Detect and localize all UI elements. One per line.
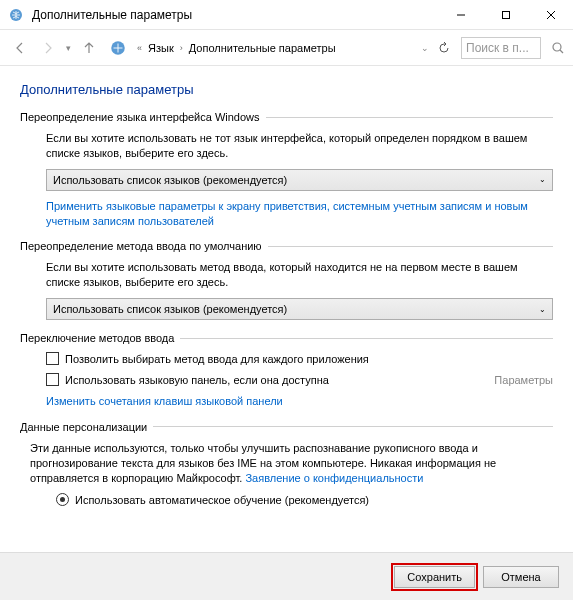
maximize-button[interactable] [483, 0, 528, 29]
section-desc: Эти данные используются, только чтобы ул… [30, 441, 553, 486]
chevron-icon: « [137, 43, 142, 53]
minimize-button[interactable] [438, 0, 483, 29]
apply-welcome-link[interactable]: Применить языковые параметры к экрану пр… [46, 199, 553, 229]
search-icon[interactable] [551, 41, 565, 55]
ui-language-dropdown[interactable]: Использовать список языков (рекомендуетс… [46, 169, 553, 191]
titlebar: Дополнительные параметры [0, 0, 573, 30]
forward-button[interactable] [36, 36, 60, 60]
section-header: Переключение методов ввода [20, 332, 174, 344]
breadcrumb-current[interactable]: Дополнительные параметры [189, 42, 336, 54]
recent-dropdown[interactable]: ▾ [64, 43, 73, 53]
content-area: Дополнительные параметры Переопределение… [0, 66, 573, 552]
section-header: Переопределение метода ввода по умолчани… [20, 240, 262, 252]
svg-point-6 [553, 43, 561, 51]
auto-learning-radio[interactable] [56, 493, 69, 506]
params-button[interactable]: Параметры [494, 374, 553, 386]
radio-label: Использовать автоматическое обучение (ре… [75, 494, 369, 506]
privacy-link[interactable]: Заявление о конфиденциальности [245, 472, 423, 484]
titlebar-controls [438, 0, 573, 29]
page-title: Дополнительные параметры [20, 82, 553, 97]
section-header: Данные персонализации [20, 421, 147, 433]
navbar: ▾ « Язык › Дополнительные параметры ⌄ По… [0, 30, 573, 66]
address-dropdown[interactable]: ⌄ [419, 43, 431, 53]
checkbox-label: Использовать языковую панель, если она д… [65, 374, 329, 386]
footer: Сохранить Отмена [0, 552, 573, 600]
cancel-button[interactable]: Отмена [483, 566, 559, 588]
back-button[interactable] [8, 36, 32, 60]
section-header: Переопределение языка интерфейса Windows [20, 111, 260, 123]
search-input[interactable]: Поиск в п... [461, 37, 541, 59]
hotkeys-link[interactable]: Изменить сочетания клавиш языковой панел… [46, 394, 553, 409]
per-app-checkbox[interactable] [46, 352, 59, 365]
section-desc: Если вы хотите использовать метод ввода,… [46, 260, 553, 290]
chevron-right-icon: › [180, 43, 183, 53]
chevron-down-icon: ⌄ [539, 305, 546, 314]
svg-rect-2 [502, 11, 509, 18]
up-button[interactable] [77, 36, 101, 60]
language-icon [109, 39, 127, 57]
input-method-dropdown[interactable]: Использовать список языков (рекомендуетс… [46, 298, 553, 320]
window-title: Дополнительные параметры [32, 8, 438, 22]
language-bar-checkbox[interactable] [46, 373, 59, 386]
close-button[interactable] [528, 0, 573, 29]
section-desc: Если вы хотите использовать не тот язык … [46, 131, 553, 161]
section-switching: Переключение методов ввода Позволить выб… [20, 332, 553, 409]
breadcrumb-lang[interactable]: Язык [148, 42, 174, 54]
language-icon [8, 7, 24, 23]
breadcrumb: « Язык › Дополнительные параметры [105, 39, 415, 57]
section-personalization: Данные персонализации Эти данные использ… [20, 421, 553, 507]
save-button[interactable]: Сохранить [394, 566, 475, 588]
section-input-method: Переопределение метода ввода по умолчани… [20, 240, 553, 320]
svg-line-7 [560, 50, 563, 53]
checkbox-label: Позволить выбирать метод ввода для каждо… [65, 353, 369, 365]
section-ui-language: Переопределение языка интерфейса Windows… [20, 111, 553, 228]
refresh-button[interactable] [437, 41, 451, 55]
chevron-down-icon: ⌄ [539, 175, 546, 184]
